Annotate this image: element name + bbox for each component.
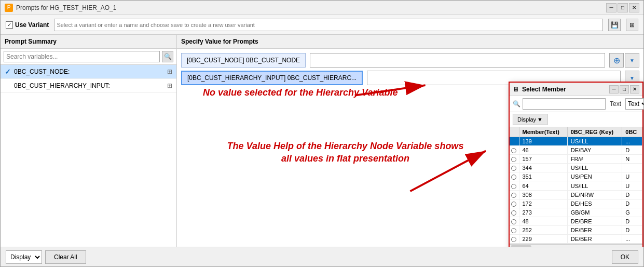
member-id-cell: 157 xyxy=(519,155,567,164)
prompt-more-button-1[interactable]: ▼ xyxy=(625,53,639,68)
prompt-row-1: [0BC_CUST_NODE] 0BC_CUST_NODE ⊕ ▼ xyxy=(181,53,639,68)
popup-close-button[interactable]: ✕ xyxy=(630,85,639,94)
variable-icon: ⊞ xyxy=(167,68,172,75)
display-dropdown[interactable]: Display xyxy=(6,250,42,264)
variant-bar: Use Variant 💾 ⊞ xyxy=(1,15,643,35)
content-area: Prompt Summary 🔍 ✓ 0BC_CUST_NODE: ⊞ ✓ 0B… xyxy=(1,35,643,247)
table-row[interactable]: 46DE/BAYD xyxy=(510,146,642,155)
radio-cell[interactable] xyxy=(510,235,519,244)
member-id-cell: 351 xyxy=(519,172,567,181)
table-row[interactable]: 229DE/BER... xyxy=(510,235,642,244)
bottom-right: OK xyxy=(612,250,638,264)
bottom-bar: Display Clear All OK xyxy=(1,247,643,266)
right-panel-title: Specify Value for Prompts xyxy=(177,35,643,49)
variant-grid-button[interactable]: ⊞ xyxy=(626,19,638,31)
table-row[interactable]: 273GB/GMG xyxy=(510,208,642,217)
obc-cell: D xyxy=(622,190,642,199)
table-row[interactable]: 172DE/HESD xyxy=(510,199,642,208)
member-id-cell: 46 xyxy=(519,146,567,155)
popup-text-label: Text xyxy=(608,100,623,108)
select-member-popup: 🖥 Select Member ─ □ ✕ 🔍 Text Text xyxy=(509,82,643,247)
radio-cell[interactable] xyxy=(510,225,519,234)
table-row[interactable]: 157FR/#N xyxy=(510,155,642,164)
reg-key-cell: US/ILL xyxy=(567,181,622,190)
search-button[interactable]: 🔍 xyxy=(162,51,173,62)
radio-cell[interactable] xyxy=(510,137,519,146)
svg-line-3 xyxy=(410,151,486,191)
check-icon: ✓ xyxy=(5,68,11,76)
reg-key-cell: DE/BAY xyxy=(567,146,622,155)
member-id-cell: 48 xyxy=(519,217,567,225)
table-row[interactable]: 308DE/NRWD xyxy=(510,190,642,199)
table-row[interactable]: 48DE/BRED xyxy=(510,217,642,225)
table-row[interactable]: 351US/PENU xyxy=(510,172,642,181)
radio-dot xyxy=(511,175,516,180)
reg-key-cell: DE/BER xyxy=(567,235,622,244)
list-item[interactable]: ✓ 0BC_CUST_HIERARCHY_INPUT: ⊞ xyxy=(1,79,176,93)
popup-table[interactable]: Member(Text) 0BC_REG (Key) 0BC 139US/ILL… xyxy=(510,127,642,244)
member-id-cell: 139 xyxy=(519,137,567,146)
popup-search-bar: 🔍 Text Text xyxy=(510,96,642,112)
radio-cell[interactable] xyxy=(510,199,519,208)
popup-search-input[interactable] xyxy=(523,98,606,110)
radio-dot xyxy=(511,166,516,171)
maximize-button[interactable]: □ xyxy=(618,3,628,12)
variant-select-input[interactable] xyxy=(54,19,603,31)
popup-title: Select Member xyxy=(522,86,566,93)
variant-save-button[interactable]: 💾 xyxy=(608,19,621,31)
radio-cell[interactable] xyxy=(510,164,519,172)
radio-cell[interactable] xyxy=(510,190,519,199)
obc-cell: U xyxy=(622,172,642,181)
obc-cell: D xyxy=(622,217,642,225)
popup-maximize-button[interactable]: □ xyxy=(620,85,629,94)
obc-cell xyxy=(622,164,642,172)
minimize-button[interactable]: ─ xyxy=(606,3,616,12)
radio-cell[interactable] xyxy=(510,208,519,217)
table-row[interactable]: 344US/ILL xyxy=(510,164,642,172)
obc-cell: D xyxy=(622,199,642,208)
popup-title-left: 🖥 Select Member xyxy=(513,86,566,93)
radio-cell[interactable] xyxy=(510,146,519,155)
table-row[interactable]: 64US/ILLU xyxy=(510,181,642,190)
obc-cell: ... xyxy=(622,235,642,244)
use-variant-checkbox-area: Use Variant xyxy=(6,21,49,29)
search-input[interactable] xyxy=(4,51,160,62)
title-bar-left: P Prompts for HG_TEST_HIER_AO_1 xyxy=(5,4,116,12)
table-row[interactable]: 139US/ILL... xyxy=(510,137,642,146)
popup-text-dropdown[interactable]: Text xyxy=(625,98,643,110)
reg-key-cell: DE/BER xyxy=(567,225,622,234)
radio-dot xyxy=(511,139,516,144)
prompt-add-button-1[interactable]: ⊕ xyxy=(609,53,624,68)
radio-cell[interactable] xyxy=(510,172,519,181)
obc-cell: U xyxy=(622,181,642,190)
radio-cell[interactable] xyxy=(510,155,519,164)
member-id-cell: 273 xyxy=(519,208,567,217)
right-panel: Specify Value for Prompts [0BC_CUST_NODE… xyxy=(177,35,643,247)
prompt-label-1: [0BC_CUST_NODE] 0BC_CUST_NODE xyxy=(181,53,306,68)
title-bar: P Prompts for HG_TEST_HIER_AO_1 ─ □ ✕ xyxy=(1,1,643,15)
variable-name: 0BC_CUST_HIERARCHY_INPUT: xyxy=(14,82,164,89)
reg-key-cell: US/ILL xyxy=(567,137,622,146)
window-controls: ─ □ ✕ xyxy=(606,3,639,12)
horizontal-scrollbar[interactable] xyxy=(510,244,642,247)
prompt-value-1[interactable] xyxy=(310,53,605,68)
table-row[interactable]: 252DE/BERD xyxy=(510,225,642,234)
popup-minimize-button[interactable]: ─ xyxy=(609,85,619,94)
radio-cell[interactable] xyxy=(510,181,519,190)
table-header-reg: 0BC_REG (Key) xyxy=(567,127,622,137)
clear-all-button[interactable]: Clear All xyxy=(45,250,86,264)
radio-cell[interactable] xyxy=(510,217,519,225)
prompt-label-2: [0BC_CUST_HIERARCHY_INPUT] 0BC_CUST_HIER… xyxy=(181,71,363,85)
list-item[interactable]: ✓ 0BC_CUST_NODE: ⊞ xyxy=(1,65,176,79)
radio-dot xyxy=(511,228,516,233)
close-button[interactable]: ✕ xyxy=(629,3,639,12)
radio-dot xyxy=(511,237,516,242)
use-variant-checkbox[interactable] xyxy=(6,21,13,29)
bottom-left: Display Clear All xyxy=(6,250,86,264)
popup-display-button[interactable]: Display ▼ xyxy=(513,114,547,125)
scroll-thumb[interactable] xyxy=(511,245,531,247)
search-bar: 🔍 xyxy=(1,49,176,65)
ok-button[interactable]: OK xyxy=(612,250,638,264)
reg-key-cell: US/PEN xyxy=(567,172,622,181)
main-window: P Prompts for HG_TEST_HIER_AO_1 ─ □ ✕ Us… xyxy=(0,0,644,267)
